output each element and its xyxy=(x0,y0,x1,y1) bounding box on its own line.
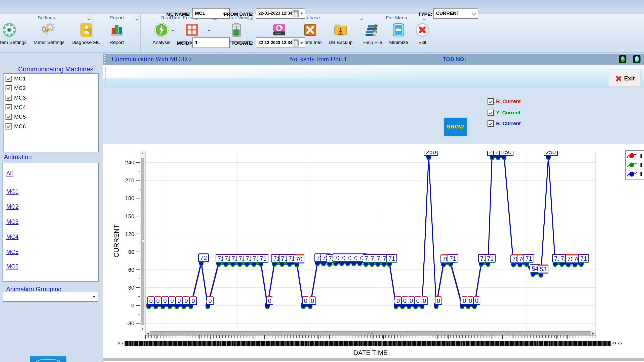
svg-text:70: 70 xyxy=(296,256,303,262)
machine-checkbox-row-mc4[interactable]: MC4 xyxy=(4,103,98,112)
chevron-down-icon xyxy=(300,13,303,15)
to-date-picker[interactable]: 22-12-2023 12:34:28 xyxy=(256,37,305,48)
svg-text:71: 71 xyxy=(580,255,587,262)
checkbox-checked[interactable] xyxy=(6,85,12,91)
chevron-down-icon xyxy=(472,11,476,16)
svg-text:150: 150 xyxy=(125,213,134,219)
svg-text:0: 0 xyxy=(304,297,307,304)
checkbox-checked[interactable] xyxy=(6,76,12,82)
splitter-grip[interactable] xyxy=(104,55,105,63)
sidebar-link-mc3[interactable]: MC3 xyxy=(6,218,19,225)
chevron-down-icon[interactable] xyxy=(208,30,211,31)
legend-marker-icon xyxy=(627,170,637,178)
reply-status-text: No Reply from Unit 1 xyxy=(289,55,347,63)
phase-checkbox-y_current[interactable]: Y_Current xyxy=(488,110,520,116)
chevron-down-icon xyxy=(92,296,95,298)
ribbon-button-report[interactable]: Report xyxy=(106,21,128,45)
sidebar-link-animation[interactable]: Animation xyxy=(4,153,32,161)
sidebar-link-mc1[interactable]: MC1 xyxy=(6,188,19,195)
ribbon-button-db-backup[interactable]: DB Backup xyxy=(325,21,356,45)
ribbon-group-report: Report Report xyxy=(93,14,141,52)
from-date-picker[interactable]: 22-01-2023 12:34:28 xyxy=(256,8,305,19)
checkbox-checked[interactable] xyxy=(488,98,494,105)
animation-grouping-dropdown[interactable] xyxy=(3,292,98,302)
ribbon-button-exit[interactable]: Exit xyxy=(412,21,433,45)
show-button[interactable]: SHOW xyxy=(444,117,467,137)
svg-text:0: 0 xyxy=(170,297,174,304)
checkbox-checked[interactable] xyxy=(6,95,12,101)
ribbon-button-label: Help File xyxy=(363,40,382,45)
ribbon-button-help-file[interactable]: Help File xyxy=(360,21,386,45)
sidebar-link-mc6[interactable]: MC6 xyxy=(6,263,19,270)
phase-checkbox-b_current[interactable]: B_Current xyxy=(488,120,521,127)
svg-text:54: 54 xyxy=(532,265,539,272)
current-line-chart: 2402101801501209060300-30CURRENT00000007… xyxy=(108,146,644,362)
svg-text:0: 0 xyxy=(423,297,426,304)
sidebar-link-mc5[interactable]: MC5 xyxy=(6,249,19,255)
svg-text:0: 0 xyxy=(131,302,134,309)
checkbox-checked[interactable] xyxy=(6,104,12,110)
svg-text:60: 60 xyxy=(128,267,134,273)
svg-text:250: 250 xyxy=(546,149,556,155)
sidebar-link-animation-grouping[interactable]: Animation Grouping xyxy=(6,286,62,293)
svg-text:120: 120 xyxy=(125,231,134,237)
svg-text:71: 71 xyxy=(526,255,532,262)
minimize-icon xyxy=(391,23,406,38)
communicating-machines-list[interactable]: MC1 MC2 MC3 MC4 MC5 MC6 xyxy=(3,73,99,152)
legend-item-b_current xyxy=(626,169,644,179)
x-axis-right-fragment: 41:26 xyxy=(612,341,622,345)
animation-icon xyxy=(229,23,244,38)
to-date-label: TO DATE: xyxy=(204,40,254,46)
svg-text:0: 0 xyxy=(184,297,188,304)
analysis-icon xyxy=(154,23,169,38)
ribbon-button-meter-settings[interactable]: Meter Settings xyxy=(30,21,68,45)
svg-text:250: 250 xyxy=(501,149,511,155)
sidebar-link-all[interactable]: All xyxy=(6,170,13,177)
sidebar-link-communicating-machines[interactable]: Communicating Machines xyxy=(18,65,93,73)
exit-icon xyxy=(415,23,430,38)
ribbon-button-label: System Settings xyxy=(0,40,27,45)
machine-checkbox-row-mc2[interactable]: MC2 xyxy=(4,83,98,93)
indus-logo[interactable]: Indus xyxy=(30,356,66,362)
dialog-launcher-icon[interactable] xyxy=(359,16,363,20)
report-icon xyxy=(109,23,124,38)
svg-text:0: 0 xyxy=(163,297,167,304)
checkbox-checked[interactable] xyxy=(488,120,494,127)
x-axis-title: DATE TIME xyxy=(145,349,596,357)
ribbon-button-label: Meter Settings xyxy=(34,40,65,45)
ribbon-button-system-settings[interactable]: System Settings xyxy=(0,21,30,45)
checkbox-checked[interactable] xyxy=(488,110,494,116)
toolbar-grip[interactable] xyxy=(105,67,106,86)
svg-text:71: 71 xyxy=(388,255,395,262)
phase-checkbox-r_current[interactable]: R_Current xyxy=(488,98,521,105)
checkbox-checked[interactable] xyxy=(6,114,12,120)
machine-checkbox-row-mc1[interactable]: MC1 xyxy=(4,74,98,83)
svg-text:0: 0 xyxy=(475,297,478,304)
dialog-launcher-icon[interactable] xyxy=(87,16,91,20)
chart-vertical-scrollbar[interactable]: ▲ ▼ xyxy=(140,151,145,331)
ribbon-button-minimize[interactable]: Minimize xyxy=(386,21,412,45)
machine-checkbox-row-mc5[interactable]: MC5 xyxy=(4,112,98,122)
window-bottom-edge xyxy=(103,358,644,361)
legend-marker-icon xyxy=(627,161,637,169)
calendar-icon xyxy=(293,10,299,17)
svg-text:0: 0 xyxy=(410,297,413,304)
svg-text:CURRENT: CURRENT xyxy=(113,224,120,258)
delete-info-icon xyxy=(303,23,317,38)
ribbon-button-label: DB Backup xyxy=(329,40,353,45)
panel-exit-button[interactable]: Exit xyxy=(609,70,641,87)
machine-checkbox-row-mc6[interactable]: MC6 xyxy=(4,122,98,131)
dialog-launcher-icon[interactable] xyxy=(135,16,139,20)
sidebar-link-mc2[interactable]: MC2 xyxy=(6,203,19,210)
svg-text:0: 0 xyxy=(177,297,181,304)
sidebar-link-mc4[interactable]: MC4 xyxy=(6,234,19,240)
checkbox-checked[interactable] xyxy=(6,123,12,129)
legend-label-clipped xyxy=(640,154,642,158)
ribbon-button-label: Minimize xyxy=(389,40,408,45)
svg-text:90: 90 xyxy=(128,249,134,255)
type-label: TYPE: xyxy=(392,12,432,17)
detailed-view-icon xyxy=(185,23,199,38)
svg-text:0: 0 xyxy=(191,297,195,304)
type-combobox[interactable]: CURRENT xyxy=(433,8,478,19)
machine-checkbox-row-mc3[interactable]: MC3 xyxy=(4,93,98,103)
